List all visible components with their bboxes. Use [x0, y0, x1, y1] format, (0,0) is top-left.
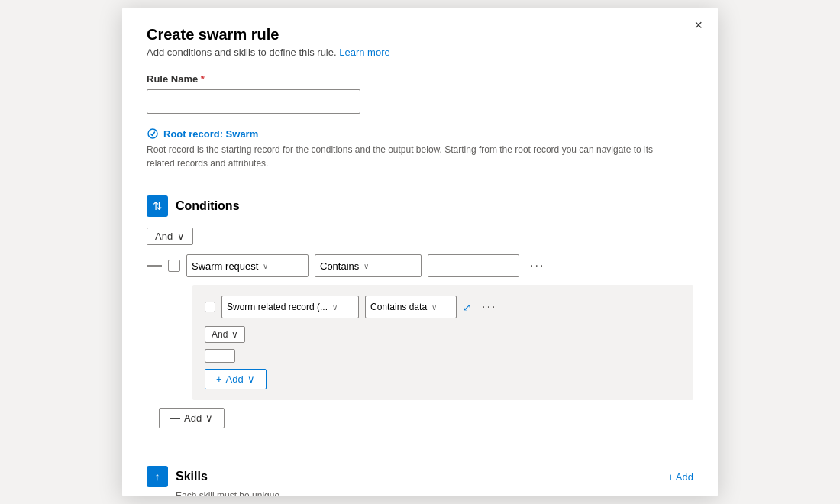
- contains-dropdown[interactable]: Contains ∨: [315, 254, 422, 277]
- add-nested-icon: +: [216, 373, 222, 385]
- root-record-icon: [147, 128, 159, 140]
- nested-checkbox[interactable]: [205, 302, 215, 312]
- skills-header-left: ↑ Skills: [147, 466, 208, 487]
- divider-skills: [147, 447, 693, 447]
- add-nested-button[interactable]: + Add ∨: [205, 369, 267, 389]
- nested-and-chevron-icon: ∨: [231, 329, 238, 340]
- more-options-button[interactable]: ···: [525, 257, 549, 274]
- skills-section: ↑ Skills + Add Each skill must be unique…: [147, 466, 693, 496]
- nested-condition-row: Sworm related record (... ∨ Contains dat…: [205, 296, 681, 318]
- learn-more-link[interactable]: Learn more: [339, 47, 389, 58]
- add-nested-chevron-icon: ∨: [247, 373, 255, 385]
- contains-data-dropdown[interactable]: Contains data ∨: [365, 296, 457, 318]
- conditions-section-header: ⇅ Conditions: [147, 195, 693, 217]
- skills-icon-box: ↑: [147, 466, 168, 487]
- chevron-down-icon: ∨: [431, 303, 437, 312]
- rule-name-label: Rule Name *: [147, 73, 693, 85]
- condition-value-input[interactable]: [428, 254, 519, 277]
- root-record-description: Root record is the starting record for t…: [147, 143, 681, 170]
- dialog-subtitle: Add conditions and skills to define this…: [147, 47, 693, 58]
- conditions-title: Conditions: [176, 199, 240, 213]
- conditions-icon: ⇅: [153, 199, 163, 213]
- rule-name-input[interactable]: [147, 89, 360, 114]
- dialog-title: Create swarm rule: [147, 26, 693, 44]
- skills-header: ↑ Skills + Add: [147, 466, 693, 487]
- chevron-down-icon: ∨: [263, 262, 268, 270]
- add-condition-row: — Add ∨: [159, 408, 693, 428]
- nested-condition-block: Sworm related record (... ∨ Contains dat…: [192, 285, 693, 400]
- add-dash-icon: —: [170, 412, 180, 424]
- add-skill-button[interactable]: + Add: [667, 471, 693, 483]
- root-record-section: Root record: Swarm: [147, 128, 693, 140]
- conditions-icon-box: ⇅: [147, 195, 168, 217]
- expand-icon[interactable]: ⤢: [463, 302, 471, 313]
- skills-icon: ↑: [155, 470, 160, 483]
- skills-description: Each skill must be unique.: [176, 490, 693, 496]
- swarm-request-dropdown[interactable]: Swarm request ∨: [186, 254, 309, 277]
- condition-row: Swarm request ∨ Contains ∨ ···: [147, 254, 693, 277]
- svg-point-0: [148, 129, 157, 138]
- nested-value-placeholder: [205, 349, 235, 363]
- divider-conditions: [147, 183, 693, 183]
- swarm-related-record-dropdown[interactable]: Sworm related record (... ∨: [221, 296, 359, 318]
- add-condition-button[interactable]: — Add ∨: [159, 408, 225, 428]
- and-chevron-icon: ∨: [177, 231, 185, 242]
- nested-and-dropdown[interactable]: And ∨: [205, 326, 245, 343]
- condition-dash: [147, 265, 162, 267]
- skills-title: Skills: [176, 470, 208, 483]
- and-dropdown[interactable]: And ∨: [147, 228, 193, 245]
- chevron-down-icon: ∨: [332, 303, 338, 312]
- add-chevron-icon: ∨: [205, 412, 213, 424]
- condition-checkbox[interactable]: [168, 260, 180, 272]
- create-swarm-rule-dialog: × Create swarm rule Add conditions and s…: [122, 8, 718, 496]
- nested-more-button[interactable]: ···: [477, 299, 501, 315]
- close-button[interactable]: ×: [690, 17, 707, 34]
- chevron-down-icon: ∨: [363, 262, 369, 270]
